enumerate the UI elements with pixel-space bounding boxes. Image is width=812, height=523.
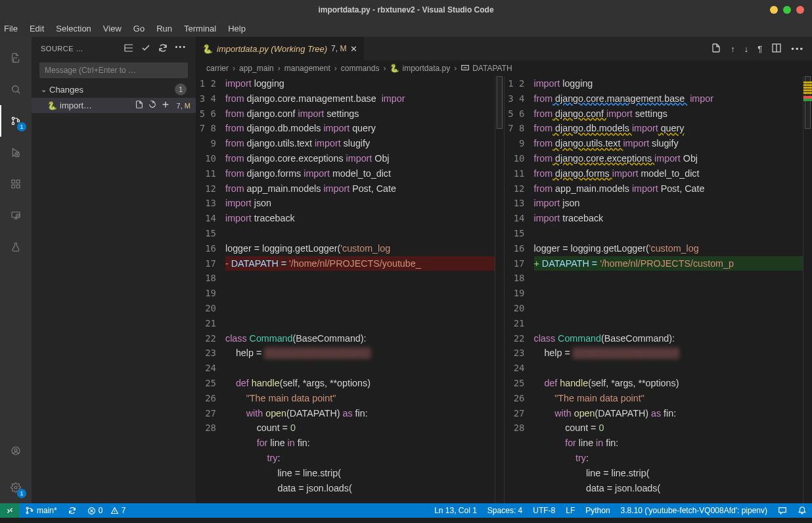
minimap-right[interactable] [803,76,812,503]
problems-status[interactable]: 0 7 [82,503,131,518]
minimap-left[interactable] [495,76,504,503]
run-debug-icon[interactable] [0,137,32,168]
next-change-icon[interactable]: ↓ [744,44,749,54]
extensions-icon[interactable] [0,168,32,200]
scm-changes-section[interactable]: ⌄ Changes 1 [32,81,196,98]
discard-icon[interactable] [148,100,157,111]
python-file-icon: 🐍 [202,44,213,54]
svg-point-10 [16,214,20,217]
commit-check-icon[interactable] [141,43,151,55]
diff-modified-pane[interactable]: 1 2 3 4 5 6 7 8 9 10 11 12 13 14 15 16 1… [505,76,813,503]
refresh-icon[interactable] [158,43,168,55]
scm-message-input[interactable]: Message (Ctrl+Enter to … [39,62,188,78]
tab-label: importdata.py (Working Tree) [217,44,327,54]
svg-point-2 [12,122,14,124]
eol-status[interactable]: LF [560,506,580,515]
python-file-icon: 🐍 [47,101,57,110]
svg-point-16 [26,507,28,509]
main-area: 1 1 SOURCE … ••• Message (Ctrl+Enter to … [0,37,812,503]
tab-close-icon[interactable]: ✕ [350,44,357,54]
menu-view[interactable]: View [103,24,122,34]
svg-rect-8 [16,180,20,183]
code-right[interactable]: import logging from django.core.manageme… [534,76,813,495]
bc-carrier[interactable]: carrier [206,64,229,73]
stage-plus-icon[interactable] [161,100,170,111]
split-editor-icon[interactable] [771,43,782,55]
tab-importdata-diff[interactable]: 🐍 importdata.py (Working Tree) 7, M ✕ [196,37,365,60]
account-icon[interactable] [0,435,32,466]
bc-symbol[interactable]: DATAPATH [472,64,512,73]
svg-point-12 [14,449,17,451]
window-title: importdata.py - rbxtunev2 - Visual Studi… [318,5,493,14]
settings-gear-icon[interactable]: 1 [0,472,32,503]
statusbar: main* 0 7 Ln 13, Col 1 Spaces: 4 UTF-8 L… [0,503,812,518]
chevron-down-icon: ⌄ [41,85,47,94]
svg-rect-6 [12,185,15,188]
svg-point-1 [12,117,14,119]
svg-point-17 [26,512,28,514]
changes-label: Changes [49,85,83,95]
testing-icon[interactable] [0,231,32,263]
minimize-icon[interactable] [770,6,778,14]
remote-indicator[interactable] [0,503,20,518]
menu-run[interactable]: Run [156,24,172,34]
symbol-constant-icon [461,63,470,74]
source-control-icon[interactable]: 1 [0,105,32,137]
changes-count-badge: 1 [175,83,187,95]
maximize-icon[interactable] [783,6,791,14]
cursor-position[interactable]: Ln 13, Col 1 [429,506,482,515]
sidebar-title: SOURCE … [41,45,120,53]
file-name: import… [60,101,92,110]
titlebar: importdata.py - rbxtunev2 - Visual Studi… [0,0,812,20]
more-actions-icon[interactable]: ••• [791,44,804,54]
open-file-icon[interactable] [135,100,144,111]
gutter-right: 1 2 3 4 5 6 7 8 9 10 11 12 13 14 15 16 1… [505,76,534,495]
sidebar-header: SOURCE … ••• [32,37,196,60]
sidebar: SOURCE … ••• Message (Ctrl+Enter to … ⌄ … [32,37,196,503]
file-modified-badge: M [185,102,191,110]
breadcrumb[interactable]: carrier› app_main› management› commands›… [196,60,812,76]
tab-stat-num: 7, [331,44,338,53]
svg-point-3 [17,120,19,122]
python-file-icon: 🐍 [390,64,399,73]
sync-status[interactable] [62,503,82,518]
whitespace-icon[interactable]: ¶ [757,44,762,54]
open-file-icon[interactable] [711,43,721,55]
close-icon[interactable] [796,6,804,14]
menu-go[interactable]: Go [133,24,145,34]
menu-help[interactable]: Help [228,24,246,34]
tab-modified-badge: M [340,44,346,53]
diff-original-pane[interactable]: 1 2 3 4 5 6 7 8 9 10 11 12 13 14 15 16 1… [196,76,504,503]
window-controls [770,6,804,14]
bc-file[interactable]: importdata.py [402,64,450,73]
menu-edit[interactable]: Edit [30,24,44,34]
branch-status[interactable]: main* [20,503,62,518]
explorer-icon[interactable] [0,42,32,74]
feedback-icon[interactable] [773,506,792,515]
bc-commands[interactable]: commands [341,64,380,73]
tabbar: 🐍 importdata.py (Working Tree) 7, M ✕ ↑ … [196,37,812,60]
gutter-left: 1 2 3 4 5 6 7 8 9 10 11 12 13 14 15 16 1… [196,76,225,495]
scm-file-row[interactable]: 🐍 import… 7, M [32,98,196,113]
notifications-icon[interactable] [792,506,812,515]
bc-appmain[interactable]: app_main [239,64,274,73]
prev-change-icon[interactable]: ↑ [731,44,735,54]
encoding-status[interactable]: UTF-8 [528,506,560,515]
menu-selection[interactable]: Selection [56,24,91,34]
language-status[interactable]: Python [580,506,615,515]
indent-status[interactable]: Spaces: 4 [482,506,528,515]
more-icon[interactable]: ••• [175,43,187,55]
settings-badge: 1 [17,489,26,498]
bc-management[interactable]: management [284,64,330,73]
diff-view: 1 2 3 4 5 6 7 8 9 10 11 12 13 14 15 16 1… [196,76,812,503]
menu-terminal[interactable]: Terminal [184,24,216,34]
python-interpreter[interactable]: 3.8.10 ('youtube-fetch-VQ008Afd': pipenv… [616,506,773,515]
svg-rect-5 [12,180,15,183]
editor-area: 🐍 importdata.py (Working Tree) 7, M ✕ ↑ … [196,37,812,503]
code-left[interactable]: import logging from django.core.manageme… [225,76,504,495]
search-icon[interactable] [0,74,32,105]
view-as-tree-icon[interactable] [124,43,134,55]
remote-explorer-icon[interactable] [0,200,32,231]
activity-bar: 1 1 [0,37,32,503]
menu-file[interactable]: File [4,24,18,34]
